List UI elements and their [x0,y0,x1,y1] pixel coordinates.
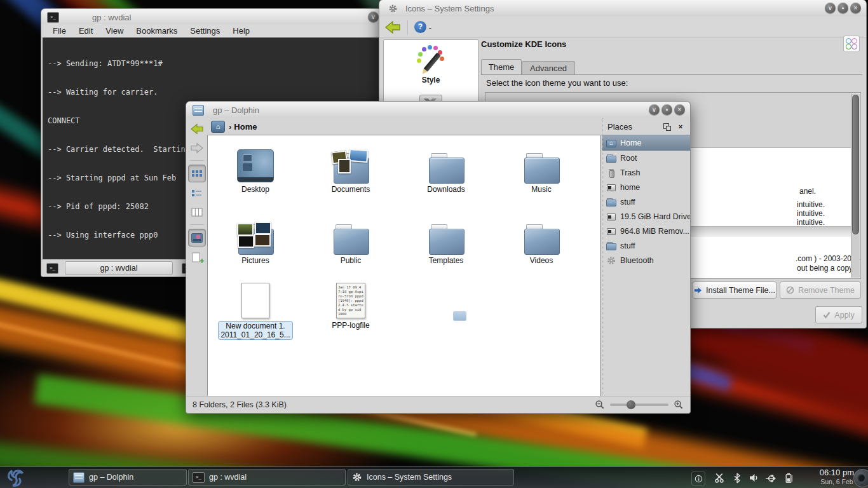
places-panel-title: Places [607,122,632,132]
file-item-pictures[interactable]: Pictures [214,212,297,265]
list-scrollbar[interactable] [851,93,860,278]
split-view-button[interactable]: + [189,249,205,266]
preview-button[interactable] [188,229,206,247]
task-system-settings[interactable]: Icons – System Settings [348,469,514,485]
help-dropdown-arrow[interactable]: ⌄ [428,24,433,30]
place-item-root[interactable]: Root [602,151,690,165]
columns-view-button[interactable] [189,204,205,220]
install-theme-button[interactable]: Install Theme File... [693,281,776,299]
icons-view-button[interactable] [188,165,206,182]
menu-edit[interactable]: Edit [79,26,93,36]
battery-icon[interactable] [783,471,796,484]
zoom-slider[interactable] [610,403,668,406]
help-button[interactable]: ? [414,21,426,33]
new-tab-button[interactable]: >_ [46,263,58,274]
file-item-ppp-logfile[interactable]: Jan 17 09:47:18 gp-Aspire-5738 pppd[1946… [309,276,392,330]
back-button[interactable] [384,20,401,34]
volume-icon[interactable] [747,471,760,484]
clock-date: Sun, 6 Feb [820,477,854,486]
place-item-stuff[interactable]: stuff [602,194,690,209]
desktop: >_ gp : wvdial ∨ ▪ × File Edit View Book… [0,0,868,488]
place-item-hard-drive[interactable]: 19.5 GiB Hard Drive [602,209,690,224]
forward-button[interactable] [189,140,205,156]
terminal-window-title: gp : wvdial [92,13,131,22]
panel-float-button[interactable] [662,122,671,131]
menu-help[interactable]: Help [233,26,250,36]
icons-module-badge [843,36,860,52]
file-item-new-document[interactable]: New document 1.2011_01_20_16_5... [214,276,297,340]
menu-file[interactable]: File [53,26,66,36]
place-item-trash[interactable]: Trash [602,165,690,180]
minimize-button[interactable]: ∨ [825,3,836,13]
details-view-button[interactable] [189,185,205,201]
menu-bookmarks[interactable]: Bookmarks [136,26,177,36]
file-item-downloads[interactable]: Downloads [405,140,487,194]
minimize-button[interactable]: ∨ [368,11,379,22]
bluetooth-icon[interactable] [731,471,743,484]
notifications-icon[interactable] [691,471,705,485]
selected-file-label: New document 1.2011_01_20_16_5... [218,321,292,340]
file-item-documents[interactable]: Documents [309,140,392,194]
terminal-menubar: File Edit View Bookmarks Settings Help [41,24,381,38]
panel-close-button[interactable]: × [676,122,685,131]
terminal-titlebar[interactable]: >_ gp : wvdial ∨ ▪ × [41,9,381,25]
minimize-button[interactable]: ∨ [649,104,660,115]
task-dolphin[interactable]: gp – Dolphin [69,469,187,485]
desktop-folder-icon [237,149,274,182]
zoom-out-icon[interactable] [595,400,605,410]
dolphin-window: gp – Dolphin ∨ ▪ × ⌂ › Home [186,102,690,413]
folder-icon [606,241,616,251]
back-button[interactable] [189,121,205,137]
home-icon [606,138,616,148]
panel-toolbox-cashew[interactable] [853,469,868,487]
system-settings-titlebar[interactable]: Icons – System Settings ∨ ▪ × [379,0,866,17]
list-scrollbar-thumb[interactable] [852,95,859,234]
place-item-stuff-2[interactable]: stuff [602,238,690,253]
pictures-folder-icon [238,224,273,254]
settings-page-title: Customize KDE Icons [481,39,566,49]
gear-icon [352,472,362,482]
dolphin-titlebar[interactable]: gp – Dolphin ∨ ▪ × [186,102,690,118]
apply-button[interactable]: Apply [815,306,862,323]
dolphin-file-view[interactable]: Desktop Documents Downloads Music [207,135,600,396]
file-item-desktop[interactable]: Desktop [214,140,297,194]
breadcrumb-home-icon[interactable]: ⌂ [211,121,225,133]
zoom-slider-handle[interactable] [627,400,635,409]
tab-advanced[interactable]: Advanced [522,61,575,75]
maximize-button[interactable]: ▪ [837,3,848,13]
file-item-music[interactable]: Music [500,140,583,194]
terminal-icon: >_ [193,472,205,483]
maximize-button[interactable]: ▪ [661,104,672,115]
folder-icon [429,224,463,254]
file-item-templates[interactable]: Templates [405,212,487,265]
clock[interactable]: 06:10 pm Sun, 6 Feb [820,468,854,486]
launcher-logo[interactable] [3,468,29,487]
clipboard-icon[interactable] [713,471,726,484]
device-notifier-icon[interactable] [764,471,776,484]
menu-settings[interactable]: Settings [190,26,220,36]
gear-icon [388,4,398,13]
terminal-tab[interactable]: gp : wvdial [65,261,173,275]
close-button[interactable]: × [674,104,685,115]
remove-theme-button[interactable]: Remove Theme [780,281,861,299]
zoom-in-icon[interactable] [674,400,684,410]
terminal-window-icon: >_ [47,12,59,23]
folder-icon [606,197,616,207]
file-item-videos[interactable]: Videos [500,212,583,265]
theme-description-fragment: anel. [799,187,816,196]
sidebar-item-style[interactable]: Style [384,45,478,85]
task-wvdial[interactable]: >_ gp : wvdial [188,469,346,485]
place-item-home[interactable]: Home [602,135,690,151]
place-item-removable[interactable]: 964.8 MiB Remov... [602,224,690,238]
drive-icon [606,212,616,222]
close-button[interactable]: × [850,3,861,13]
clock-time: 06:10 pm [820,468,854,477]
file-item-public[interactable]: Public [309,212,392,265]
pencil-glyph [423,52,441,72]
breadcrumb-home-label[interactable]: Home [234,122,257,132]
place-item-bluetooth[interactable]: Bluetooth [602,253,690,268]
menu-view[interactable]: View [105,26,123,36]
documents-folder-icon [334,153,368,182]
place-item-home-partition[interactable]: home [602,180,690,194]
tab-theme[interactable]: Theme [481,59,522,75]
